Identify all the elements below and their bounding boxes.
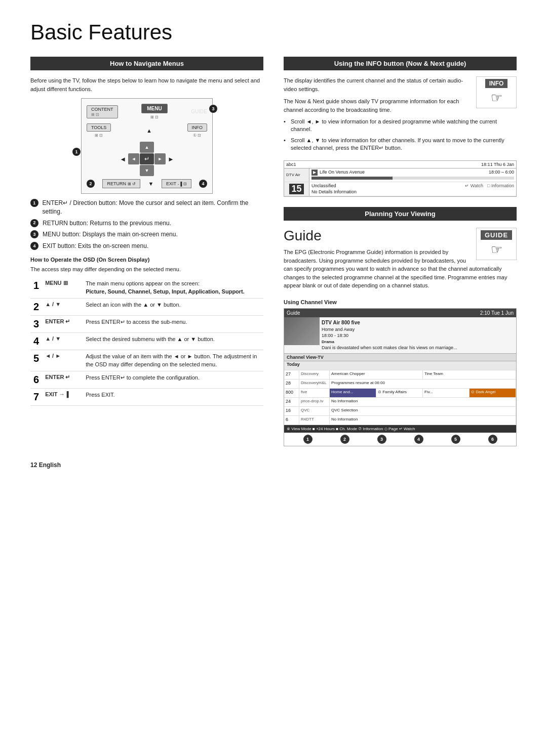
return-btn[interactable]: RETURN ⊞ ↺ [102, 179, 140, 188]
gd-ch-800-progs: Home and... ⊙ Family Affairs Fiv... ⊙ Da… [330, 389, 516, 397]
osd-step-2: 2 ▲ / ▼ Select an icon with the ▲ or ▼ b… [30, 299, 263, 316]
step-num-1: 1 [30, 277, 42, 298]
exit-desc: EXIT button: Exits the on-screen menu. [43, 242, 148, 250]
osd-step-6: 6 ENTER ↵ Press ENTER↵ to complete the c… [30, 371, 263, 388]
exit-badge: 4 [30, 242, 38, 250]
down-arrow-bottom: ▼ [148, 181, 154, 187]
step-num-6: 6 [30, 371, 42, 388]
gd-ch-row-16: 16 QVC QVC Selection [284, 407, 516, 416]
nnd-channel-col: DTV Air [284, 169, 309, 182]
d-pad: ▲ ◄ ↵ ► ▼ [128, 142, 166, 176]
gd-ch-16-name: QVC [299, 407, 330, 415]
gd-featured-time: 18:00 - 18:30 [322, 332, 457, 339]
tools-icons: ⊞ ⊡ [95, 133, 103, 138]
nnd-information[interactable]: □ Information [487, 183, 514, 195]
guide-num-1: 1 [303, 435, 312, 444]
step-num-2: 2 [30, 299, 42, 316]
gd-featured-title: DTV Air 800 five [322, 319, 457, 326]
gd-ch-28-name: DiscoveryH&L [299, 380, 330, 388]
gd-ch-27-num: 27 [284, 370, 299, 379]
content-label: CONTENT [91, 107, 113, 112]
guide-hand-icon: ☞ [479, 242, 514, 258]
right-arrow-dpad: ► [168, 155, 174, 163]
dpad-down[interactable]: ▼ [140, 165, 154, 176]
exit-icons: -▐ ⊡ [178, 182, 187, 186]
gd-header-left: Guide [287, 310, 300, 316]
dpad-enter[interactable]: ↵ [140, 153, 154, 164]
gd-ch-row-27: 27 Discovery American Chopper Tine Team [284, 370, 516, 380]
osd-para: The access step may differ depending on … [30, 266, 263, 273]
nnd-watch[interactable]: ↵ Watch [465, 183, 483, 195]
menu-btn: MENU [141, 104, 167, 113]
content-icons: ⊞ ⊡ [91, 112, 99, 117]
info-btn-remote: INFO [187, 123, 208, 132]
badge-4: 4 [199, 180, 207, 188]
step-icon-1: MENU ⊞ [42, 277, 83, 298]
gd-prog-4-1: No Information [330, 398, 516, 406]
using-channel-view-label: Using Channel View [284, 299, 517, 305]
osd-step-7: 7 EXIT →▐ Press EXIT. [30, 388, 263, 405]
hand-icon: ☞ [479, 90, 514, 106]
guide-num-3: 3 [377, 435, 386, 444]
guide-num-5: 5 [451, 435, 460, 444]
dpad-empty-tr [154, 142, 166, 153]
gd-ch-row-6: 6 R4DTT No Information [284, 416, 516, 425]
exit-btn[interactable]: EXIT -▐ ⊡ [162, 179, 191, 188]
dpad-empty-tl [128, 142, 139, 153]
gd-today-label: Today [287, 362, 300, 369]
badge-3: 3 [209, 105, 217, 113]
step-desc-2: Select an icon with the ▲ or ▼ button. [83, 299, 263, 316]
osd-subheader: How to Operate the OSD (On Screen Displa… [30, 257, 263, 263]
nnd-program-name: Life On Venus Avenue [320, 170, 365, 176]
step-icon-6: ENTER ↵ [42, 371, 83, 388]
step-icon-7: EXIT →▐ [42, 388, 83, 405]
gd-prog-5-1: QVC Selection [330, 407, 516, 415]
step-num-5: 5 [30, 350, 42, 371]
content-btn: CONTENT⊞ ⊡ [87, 105, 118, 118]
nnd-detail-info: Unclassified No Details Information [309, 182, 463, 196]
step-desc-1: The main menu options appear on the scre… [83, 277, 263, 298]
info-bullet-2: Scroll ▲, ▼ to view information for othe… [284, 137, 517, 152]
osd-step-3: 3 ENTER ↵ Press ENTER↵ to access the sub… [30, 316, 263, 333]
info-bullet-1: Scroll ◄, ► to view information for a de… [284, 118, 517, 134]
nnd-main-row: DTV Air ▶ Life On Venus Avenue 18:00 – 6… [284, 169, 516, 182]
step-num-4: 4 [30, 333, 42, 350]
nnd-program-icon: ▶ [311, 170, 318, 176]
return-label: RETURN [107, 181, 126, 186]
nnd-time: 18:11 Thu 6 Jan [481, 162, 514, 167]
return-icons: ⊞ ↺ [128, 182, 136, 186]
dpad-up[interactable]: ▲ [140, 142, 154, 153]
right-column: Using the INFO button (Now & Next guide)… [284, 57, 517, 446]
info-icons: ① ⊡ [193, 133, 201, 138]
page-number: 12 [30, 461, 37, 469]
nnd-detail-row: 15 Unclassified No Details Information ↵… [284, 182, 516, 196]
badge-2: 2 [87, 180, 95, 188]
gd-today-row: Today [284, 361, 516, 370]
gd-ch-800-num: 800 [284, 389, 299, 397]
dpad-right[interactable]: ► [154, 153, 166, 164]
guide-section: GUIDE ☞ Guide The EPG (Electronic Progra… [284, 228, 517, 294]
nnd-actions: ↵ Watch □ Information [463, 182, 516, 196]
nnd-ch-num-col: 15 [284, 182, 309, 196]
gd-footer: ※ View Mode ■ +24 Hours ■ Ch. Mode ⑦ Inf… [284, 425, 516, 433]
step-desc-3: Press ENTER↵ to access the sub-menu. [83, 316, 263, 333]
gd-ch-row-24: 24 price-drop.tv No Information [284, 398, 516, 407]
bullet-menu: 3 MENU button: Displays the main on-scre… [30, 230, 263, 239]
step-desc-7: Press EXIT. [83, 388, 263, 405]
gd-prog-1-2: Tine Team [423, 370, 516, 379]
gd-prog-3-3: Fiv... [423, 389, 470, 397]
gd-featured-info: DTV Air 800 five Home and Away 18:00 - 1… [320, 317, 459, 353]
step-desc-5: Adjust the value of an item with the ◄ o… [83, 350, 263, 371]
enter-badge: 1 [30, 199, 38, 207]
gd-prog-3-2: ⊙ Family Affairs [376, 389, 423, 397]
gd-prog-6-1: No Information [330, 416, 516, 425]
dpad-left[interactable]: ◄ [128, 153, 139, 164]
gd-ch-800-name: five [299, 389, 330, 397]
nnd-channel-name: abc1 [286, 162, 296, 167]
nnd-time-range: 18:00 – 6:00 [489, 170, 514, 176]
enter-desc: ENTER↵ / Direction button: Move the curs… [43, 199, 263, 216]
gd-featured-desc: Dani is devastated when scott makes clea… [322, 345, 457, 351]
osd-step-1: 1 MENU ⊞ The main menu options appear on… [30, 277, 263, 298]
gd-thumb [284, 317, 320, 345]
gd-prog-1-1: American Chopper [330, 370, 423, 379]
